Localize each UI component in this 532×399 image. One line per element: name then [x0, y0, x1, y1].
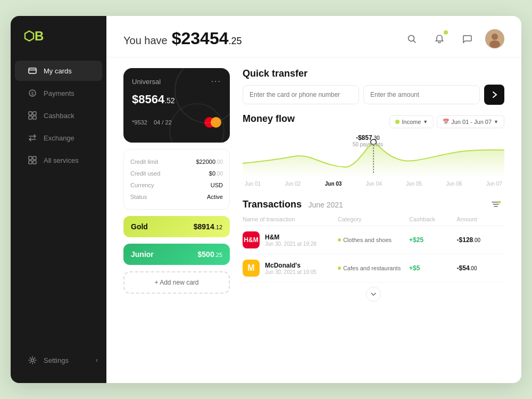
app-container: ⬡B My cards $ Payments: [11, 16, 521, 383]
hm-logo: H&M: [243, 231, 260, 248]
category-label: Clothes and shoes: [343, 237, 392, 243]
col-amount: Amount: [457, 216, 504, 222]
card-details: Credit limit $22000.00 Credit used $0.00…: [123, 149, 230, 210]
sidebar-nav: My cards $ Payments: [11, 61, 106, 350]
income-dot: [395, 120, 400, 124]
junior-card[interactable]: Junior $500.25: [123, 244, 230, 265]
settings-label: Settings: [44, 356, 69, 364]
transactions-table: Name of transaction Category Cashback Am…: [243, 213, 504, 282]
tooltip-amount: -$857.30: [353, 134, 383, 142]
date-range-label: Jun 01 - Jun 07: [451, 119, 492, 125]
detail-value: $0.00: [209, 170, 223, 177]
transactions-title-group: Transactions June 2021: [243, 199, 343, 210]
add-card-button[interactable]: + Add new card: [123, 271, 230, 294]
detail-credit-used: Credit used $0.00: [130, 168, 223, 179]
quick-transfer-title: Quick transfer: [243, 68, 504, 79]
card-phone-input[interactable]: [243, 85, 359, 104]
cashback-cell: +$5: [409, 264, 456, 272]
detail-label: Credit used: [130, 170, 160, 177]
detail-credit-limit: Credit limit $22000.00: [130, 156, 223, 168]
category-label: Cafes and restaurants: [343, 265, 401, 271]
detail-currency: Currency USD: [130, 179, 223, 191]
detail-value: USD: [211, 182, 223, 188]
junior-card-name: Junior: [131, 250, 154, 259]
chart-label-jun06: Jun 06: [446, 181, 462, 187]
svg-rect-7: [33, 116, 36, 119]
money-flow-title: Money flow: [243, 113, 295, 124]
gold-card[interactable]: Gold $8914.12: [123, 216, 230, 237]
payments-icon: $: [28, 88, 37, 98]
brand-info: McDonald's Jun 30, 2021 at 19:05: [265, 262, 317, 275]
sidebar-item-label: All services: [44, 156, 79, 164]
transfer-form: [243, 85, 504, 105]
mcdonalds-logo: M: [243, 260, 260, 277]
brand-date: Jun 30, 2021 at 19:05: [265, 269, 317, 275]
sidebar: ⬡B My cards $ Payments: [11, 16, 106, 383]
card-footer: *9532 04 / 22: [132, 117, 221, 128]
card-header: Universal ···: [132, 77, 221, 86]
table-header: Name of transaction Category Cashback Am…: [243, 213, 504, 226]
avatar[interactable]: [485, 29, 504, 48]
brand-info: H&M Jun 30, 2021 at 19:28: [265, 234, 317, 247]
search-button[interactable]: [402, 29, 421, 48]
col-name: Name of transaction: [243, 216, 338, 222]
transactions-section: Transactions June 2021: [243, 196, 504, 306]
chat-button[interactable]: [458, 29, 477, 48]
amount-input[interactable]: [363, 85, 480, 104]
svg-line-14: [414, 40, 416, 43]
svg-rect-0: [29, 68, 36, 73]
notifications-button[interactable]: [430, 29, 449, 48]
svg-rect-5: [33, 112, 36, 115]
card-name: Universal: [132, 78, 161, 86]
right-column: Quick transfer Money flow: [243, 68, 504, 372]
sidebar-item-label: My cards: [44, 67, 72, 75]
settings-icon: [28, 355, 37, 365]
transactions-header: Transactions June 2021: [243, 196, 504, 213]
sidebar-item-payments[interactable]: $ Payments: [15, 83, 102, 103]
col-cashback: Cashback: [409, 216, 456, 222]
sidebar-item-settings[interactable]: Settings: [15, 350, 92, 370]
svg-point-23: [498, 201, 501, 204]
money-flow-section: Money flow Income ▼ 📅 Jun 01 - Jun 07 ▼: [243, 113, 504, 187]
sidebar-item-exchange[interactable]: Exchange: [15, 128, 102, 148]
detail-label: Credit limit: [130, 159, 158, 165]
mc-left: [204, 117, 215, 128]
detail-value: Active: [207, 194, 223, 200]
card-menu-button[interactable]: ···: [211, 77, 221, 86]
chart-label-jun04: Jun 04: [366, 181, 382, 187]
svg-point-13: [409, 35, 414, 41]
sidebar-item-cashback[interactable]: Cashback: [15, 105, 102, 126]
table-row[interactable]: H&M H&M Jun 30, 2021 at 19:28 Clothes an…: [243, 226, 504, 254]
gold-card-amount: $8914.12: [194, 222, 222, 231]
income-chevron: ▼: [423, 119, 428, 124]
income-filter-button[interactable]: Income ▼: [389, 115, 434, 128]
card-amount: $8564.52: [132, 93, 221, 106]
svg-rect-6: [29, 116, 32, 119]
quick-transfer-section: Quick transfer: [243, 68, 504, 105]
svg-text:$: $: [31, 91, 34, 96]
transfer-submit-button[interactable]: [484, 85, 504, 105]
all-services-icon: [28, 155, 37, 165]
income-label: Income: [402, 119, 421, 125]
transactions-filter-button[interactable]: [487, 196, 504, 213]
show-more-button[interactable]: [366, 287, 381, 302]
sidebar-item-my-cards[interactable]: My cards: [15, 61, 102, 81]
sidebar-item-label: Cashback: [44, 112, 74, 120]
header: You have $23454.25: [106, 16, 521, 57]
table-row[interactable]: M McDonald's Jun 30, 2021 at 19:05 Cafes…: [243, 254, 504, 282]
sidebar-bottom: Settings ‹: [11, 350, 106, 370]
header-actions: [402, 29, 504, 48]
collapse-button[interactable]: ‹: [92, 352, 102, 368]
brand-date: Jun 30, 2021 at 19:28: [265, 241, 317, 247]
universal-card[interactable]: Universal ··· $8564.52 *9532 04 / 22: [123, 68, 230, 143]
svg-rect-11: [33, 161, 36, 164]
header-balance: You have $23454.25: [123, 29, 242, 48]
category-dot: [338, 267, 341, 270]
svg-point-16: [492, 34, 498, 40]
svg-point-17: [489, 40, 500, 48]
sidebar-item-all-services[interactable]: All services: [15, 150, 102, 170]
detail-status: Status Active: [130, 191, 223, 203]
add-card-label: + Add new card: [154, 279, 198, 286]
date-range-button[interactable]: 📅 Jun 01 - Jun 07 ▼: [437, 115, 504, 128]
chart-label-jun02: Jun 02: [285, 181, 301, 187]
